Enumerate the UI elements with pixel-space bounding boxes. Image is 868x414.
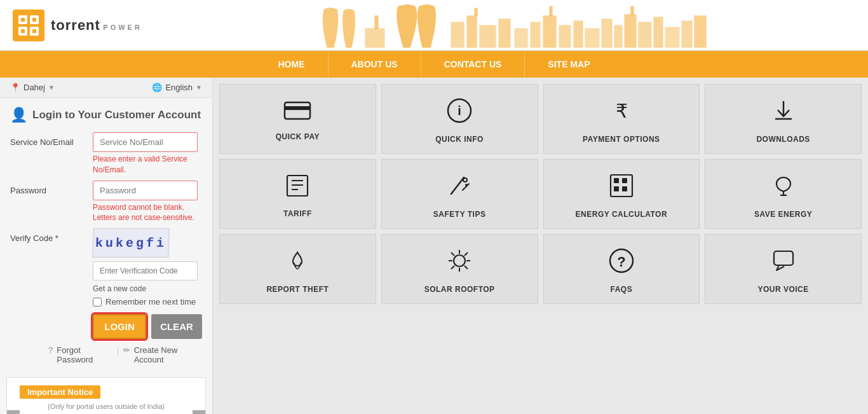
login-title: 👤 Login to Your Customer Account bbox=[10, 107, 202, 123]
svg-text:i: i bbox=[458, 104, 461, 118]
tariff-icon bbox=[284, 173, 311, 204]
grid-item-energy-calculator[interactable]: ENERGY CALCULATOR bbox=[543, 159, 700, 229]
verify-label: Verify Code * bbox=[10, 228, 86, 243]
service-label: Service No/Email bbox=[10, 132, 86, 147]
location-selector[interactable]: 📍 Dahej ▼ bbox=[10, 83, 55, 92]
svg-rect-5 bbox=[32, 18, 36, 22]
svg-rect-27 bbox=[375, 16, 378, 29]
svg-rect-29 bbox=[550, 6, 552, 16]
svg-rect-46 bbox=[622, 178, 627, 183]
left-panel: 📍 Dahej ▼ 🌐 English ▼ 👤 Login to Your Cu… bbox=[0, 78, 213, 414]
grid-item-downloads[interactable]: DOWNLOADS bbox=[705, 84, 862, 154]
svg-rect-48 bbox=[622, 186, 627, 191]
grid-item-payment-options[interactable]: ₹ PAYMENT OPTIONS bbox=[543, 84, 700, 154]
payment-options-label: PAYMENT OPTIONS bbox=[583, 135, 660, 144]
svg-rect-22 bbox=[639, 22, 651, 48]
svg-rect-17 bbox=[574, 21, 583, 48]
grid-item-report-theft[interactable]: REPORT THEFT bbox=[219, 234, 376, 304]
svg-rect-31 bbox=[285, 102, 310, 119]
verify-input[interactable] bbox=[93, 261, 198, 280]
nav-contact[interactable]: CONTACT US bbox=[421, 51, 526, 78]
verify-inputs: kukegfi bbox=[93, 228, 198, 280]
globe-icon: 🌐 bbox=[152, 83, 162, 92]
svg-rect-7 bbox=[32, 29, 36, 33]
grid-item-faqs[interactable]: ? FAQS bbox=[543, 234, 700, 304]
faqs-label: FAQS bbox=[611, 285, 633, 294]
language-selector[interactable]: 🌐 English ▼ bbox=[152, 83, 202, 92]
svg-rect-45 bbox=[614, 178, 619, 183]
grid-item-your-voice[interactable]: YOUR VOICE bbox=[705, 234, 862, 304]
remember-checkbox[interactable] bbox=[93, 298, 102, 307]
grid-item-quick-info[interactable]: i QUICK INFO bbox=[381, 84, 538, 154]
links-row: ? Forgot Password | ✏ Create New Account bbox=[48, 345, 202, 364]
svg-rect-62 bbox=[774, 251, 793, 265]
svg-rect-18 bbox=[585, 29, 599, 48]
nav-home[interactable]: HOME bbox=[255, 51, 329, 78]
grid-row-1: QUICK PAY i QUICK INFO ₹ PAYMENT OPTIONS… bbox=[219, 84, 862, 154]
grid-item-save-energy[interactable]: SAVE ENERGY bbox=[705, 159, 862, 229]
your-voice-label: YOUR VOICE bbox=[757, 285, 808, 294]
right-panel: QUICK PAY i QUICK INFO ₹ PAYMENT OPTIONS… bbox=[213, 78, 868, 414]
quick-info-label: QUICK INFO bbox=[435, 135, 484, 144]
grid-item-quick-pay[interactable]: QUICK PAY bbox=[219, 84, 376, 154]
quick-pay-icon bbox=[283, 100, 311, 127]
safety-tips-icon bbox=[446, 172, 473, 205]
password-label: Password bbox=[10, 181, 86, 195]
remember-row: Remember me next time bbox=[93, 297, 202, 307]
skyline-svg bbox=[276, 3, 721, 48]
svg-text:?: ? bbox=[617, 254, 625, 270]
login-section: 👤 Login to Your Customer Account Service… bbox=[0, 98, 212, 371]
your-voice-icon bbox=[770, 247, 797, 280]
quick-info-icon: i bbox=[446, 97, 473, 130]
logo-power: POWER bbox=[103, 24, 142, 31]
notice-nav-right[interactable]: › bbox=[193, 410, 205, 414]
service-form-group: Service No/Email Please enter a valid Se… bbox=[10, 132, 202, 176]
svg-rect-4 bbox=[21, 18, 25, 22]
svg-point-41 bbox=[463, 178, 467, 182]
verify-form-group: Verify Code * kukegfi bbox=[10, 228, 202, 280]
service-input[interactable] bbox=[93, 132, 198, 152]
password-input[interactable] bbox=[93, 181, 198, 200]
notice-subtitle: (Only for portal users outside of India) bbox=[20, 403, 193, 410]
svg-rect-14 bbox=[531, 22, 540, 48]
svg-point-51 bbox=[454, 255, 465, 266]
get-new-code[interactable]: Get a new code bbox=[93, 284, 202, 293]
button-row: LOGIN CLEAR bbox=[93, 314, 202, 339]
svg-rect-44 bbox=[611, 175, 632, 197]
svg-rect-23 bbox=[654, 17, 663, 48]
login-button[interactable]: LOGIN bbox=[93, 314, 146, 339]
svg-rect-32 bbox=[285, 106, 310, 110]
grid-item-safety-tips[interactable]: SAFETY TIPS bbox=[381, 159, 538, 229]
svg-rect-19 bbox=[602, 19, 612, 48]
tariff-label: TARIFF bbox=[283, 209, 312, 218]
nav-about[interactable]: ABOUT US bbox=[329, 51, 421, 78]
location-label: Dahej bbox=[24, 83, 45, 92]
svg-line-40 bbox=[451, 177, 464, 194]
forgot-password-link[interactable]: Forgot Password bbox=[57, 345, 113, 364]
password-input-wrapper: Password cannot be blank. Letters are no… bbox=[93, 181, 202, 224]
svg-line-57 bbox=[465, 266, 468, 269]
svg-rect-15 bbox=[543, 16, 556, 48]
grid-item-tariff[interactable]: TARIFF bbox=[219, 159, 376, 229]
svg-rect-6 bbox=[21, 29, 25, 33]
svg-rect-16 bbox=[559, 25, 571, 48]
location-pin-icon: 📍 bbox=[10, 83, 20, 92]
create-account-link[interactable]: Create New Account bbox=[134, 345, 202, 364]
svg-rect-11 bbox=[480, 25, 496, 48]
grid-item-solar-rooftop[interactable]: SOLAR ROOFTOP bbox=[381, 234, 538, 304]
svg-rect-13 bbox=[515, 29, 527, 48]
svg-line-56 bbox=[451, 252, 454, 256]
svg-rect-25 bbox=[682, 21, 692, 48]
svg-rect-10 bbox=[467, 16, 477, 48]
faqs-icon: ? bbox=[608, 247, 635, 280]
pencil-icon: ✏ bbox=[123, 345, 130, 364]
svg-rect-30 bbox=[631, 6, 634, 15]
service-error: Please enter a valid Service No/Email. bbox=[93, 154, 202, 176]
logo-icon bbox=[17, 14, 40, 37]
navbar: HOME ABOUT US CONTACT US SITE MAP bbox=[0, 51, 868, 78]
nav-sitemap[interactable]: SITE MAP bbox=[525, 51, 613, 78]
remember-label: Remember me next time bbox=[105, 297, 196, 307]
svg-text:₹: ₹ bbox=[615, 100, 627, 121]
notice-nav-left[interactable]: ‹ bbox=[7, 410, 20, 414]
clear-button[interactable]: CLEAR bbox=[151, 314, 202, 339]
